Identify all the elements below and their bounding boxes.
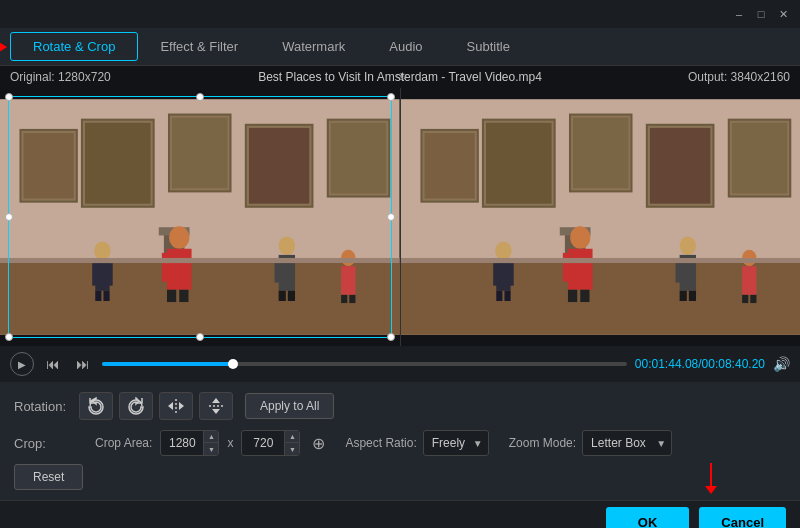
svg-rect-42 [424,133,474,199]
title-bar: – □ ✕ [0,0,800,28]
progress-fill [102,362,233,366]
reset-button[interactable]: Reset [14,464,83,490]
crop-height-input[interactable] [242,436,284,450]
next-frame-button[interactable]: ⏭ [72,354,94,374]
current-time: 00:01:44.08/00:08:40.20 [635,357,765,371]
crop-width-input-wrap: ▲ ▼ [160,430,219,456]
crop-handle-tl[interactable] [5,93,13,101]
tab-audio[interactable]: Audio [367,33,444,60]
video-thumb-right [401,88,801,346]
svg-rect-70 [688,291,695,301]
tab-bar: Rotate & Crop Effect & Filter Watermark … [0,28,800,66]
rotation-label: Rotation: [14,399,79,414]
video-left-panel [0,88,401,346]
svg-rect-74 [750,295,756,303]
rotate-ccw-button[interactable] [79,392,113,420]
video-filename: Best Places to Visit In Amsterdam - Trav… [258,70,542,84]
svg-rect-50 [731,123,786,194]
crop-handle-bl[interactable] [5,333,13,341]
crop-height-spinners: ▲ ▼ [284,431,299,455]
crop-handle-lm[interactable] [5,213,13,221]
action-bar: OK Cancel [0,500,800,528]
progress-track[interactable] [102,362,627,366]
crop-label: Crop: [14,436,79,451]
aspect-ratio-select-wrap: Freely 16:9 4:3 1:1 ▼ [423,430,489,456]
crop-height-down[interactable]: ▼ [285,443,299,455]
svg-rect-46 [573,118,628,189]
crop-handle-rm[interactable] [387,213,395,221]
tab-rotate-crop[interactable]: Rotate & Crop [10,32,138,61]
progress-thumb[interactable] [228,359,238,369]
crop-height-input-wrap: ▲ ▼ [241,430,300,456]
svg-rect-55 [493,263,500,286]
volume-icon[interactable]: 🔊 [773,356,790,372]
svg-rect-57 [496,291,502,301]
svg-marker-81 [212,409,220,414]
crop-handle-bm[interactable] [196,333,204,341]
crop-overlay[interactable] [8,96,392,338]
svg-marker-77 [168,402,173,410]
crop-handle-tr[interactable] [387,93,395,101]
rotation-row: Rotation: [14,392,786,420]
zoom-mode-select[interactable]: Letter Box Pan & Scan Full [582,430,672,456]
svg-point-59 [570,226,590,249]
original-res: Original: 1280x720 [10,70,111,84]
tab-subtitle[interactable]: Subtitle [445,33,532,60]
svg-rect-64 [580,290,589,302]
video-panels [0,88,800,346]
flip-horizontal-button[interactable] [159,392,193,420]
crop-height-up[interactable]: ▲ [285,431,299,443]
svg-rect-56 [506,263,513,286]
svg-rect-44 [486,123,552,204]
crop-handle-tm[interactable] [196,93,204,101]
aspect-section: Aspect Ratio: Freely 16:9 4:3 1:1 ▼ [345,430,488,456]
video-right-panel [401,88,801,346]
zoom-section: Zoom Mode: Letter Box Pan & Scan Full ▼ [509,430,672,456]
crop-width-down[interactable]: ▼ [204,443,218,455]
svg-rect-61 [562,253,572,282]
zoom-label: Zoom Mode: [509,436,576,450]
svg-point-65 [679,236,695,254]
tab-watermark[interactable]: Watermark [260,33,367,60]
crop-width-up[interactable]: ▲ [204,431,218,443]
crop-width-spinners: ▲ ▼ [203,431,218,455]
svg-rect-63 [567,290,576,302]
controls-panel: Rotation: [0,382,800,500]
crop-area-label: Crop Area: [95,436,152,450]
svg-rect-39 [401,263,801,335]
aspect-ratio-select[interactable]: Freely 16:9 4:3 1:1 [423,430,489,456]
aspect-label: Aspect Ratio: [345,436,416,450]
reset-row: Reset [14,464,786,490]
svg-rect-62 [581,253,591,282]
video-info-bar: Original: 1280x720 👁 Best Places to Visi… [0,66,800,88]
minimize-button[interactable]: – [730,5,748,23]
playback-bar: ▶ ⏮ ⏭ 00:01:44.08/00:08:40.20 🔊 [0,346,800,382]
cancel-button[interactable]: Cancel [699,507,786,528]
crop-width-input[interactable] [161,436,203,450]
play-button[interactable]: ▶ [10,352,34,376]
svg-rect-75 [401,258,801,263]
crop-handle-br[interactable] [387,333,395,341]
svg-rect-69 [679,291,686,301]
svg-rect-72 [742,266,756,295]
video-area: Original: 1280x720 👁 Best Places to Visi… [0,66,800,346]
center-icon: ⊕ [312,434,325,453]
svg-rect-58 [504,291,510,301]
svg-marker-80 [212,398,220,403]
output-res: Output: 3840x2160 [688,70,790,84]
svg-rect-73 [742,295,748,303]
apply-to-all-button[interactable]: Apply to All [245,393,334,419]
rotate-cw-button[interactable] [119,392,153,420]
dimension-separator: x [227,436,233,450]
ok-arrow [710,463,712,493]
zoom-mode-select-wrap: Letter Box Pan & Scan Full ▼ [582,430,672,456]
close-button[interactable]: ✕ [774,5,792,23]
ok-button[interactable]: OK [606,507,690,528]
flip-vertical-button[interactable] [199,392,233,420]
tab-effect-filter[interactable]: Effect & Filter [138,33,260,60]
svg-marker-78 [179,402,184,410]
prev-frame-button[interactable]: ⏮ [42,354,64,374]
maximize-button[interactable]: □ [752,5,770,23]
crop-row: Crop: Crop Area: ▲ ▼ x ▲ ▼ ⊕ Aspect Rati… [14,430,786,456]
video-thumb-left [0,88,400,346]
